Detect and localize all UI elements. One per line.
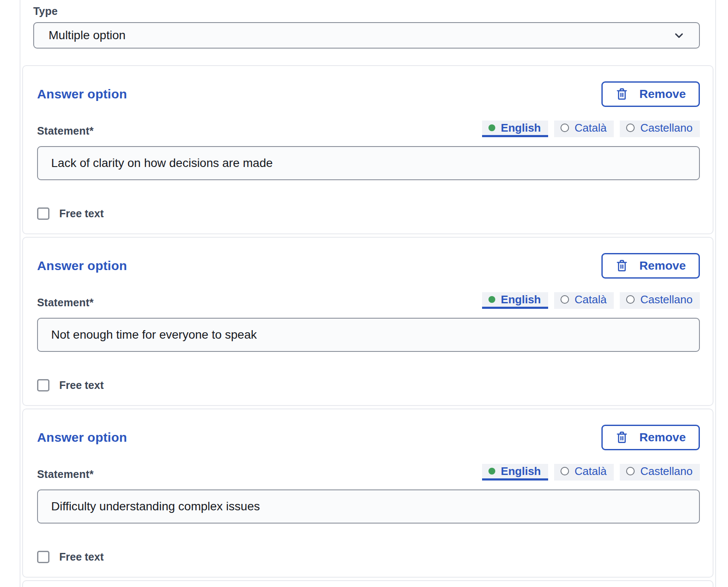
statement-input[interactable] xyxy=(37,489,700,524)
translation-empty-radio-icon xyxy=(626,467,635,475)
lang-tab-label: Català xyxy=(575,293,607,306)
answer-option-heading: Answer option xyxy=(37,259,127,273)
type-section: Type Multiple option xyxy=(22,0,714,49)
trash-icon xyxy=(615,431,628,444)
lang-tab-english[interactable]: English xyxy=(482,121,548,137)
lang-tab-catala[interactable]: Català xyxy=(554,292,614,309)
remove-button-label: Remove xyxy=(639,259,686,273)
question-editor-page: Type Multiple option Answer option Remov… xyxy=(0,0,728,587)
trash-icon xyxy=(615,87,628,101)
card-header-row: Answer option Remove xyxy=(37,253,700,279)
answer-option-card: Answer option Remove Statement* English xyxy=(22,237,714,406)
card-header-row: Answer option Remove xyxy=(37,81,700,107)
translation-empty-radio-icon xyxy=(560,467,569,475)
lang-tab-label: English xyxy=(501,293,541,306)
translation-filled-dot-icon xyxy=(488,124,495,131)
remove-button[interactable]: Remove xyxy=(601,81,700,107)
lang-tab-catala[interactable]: Català xyxy=(554,121,614,137)
free-text-checkbox[interactable] xyxy=(37,207,49,220)
chevron-down-icon xyxy=(673,29,685,42)
lang-tab-label: Català xyxy=(575,121,607,135)
type-select-value: Multiple option xyxy=(49,29,126,42)
statement-row: Statement* English Català Castellano xyxy=(37,121,700,137)
translation-empty-radio-icon xyxy=(560,295,569,304)
translation-filled-dot-icon xyxy=(488,296,495,303)
language-tabs: English Català Castellano xyxy=(482,292,700,309)
statement-row: Statement* English Català Castellano xyxy=(37,292,700,309)
language-tabs: English Català Castellano xyxy=(482,121,700,137)
type-label: Type xyxy=(33,5,700,17)
lang-tab-label: Català xyxy=(575,465,607,478)
translation-empty-radio-icon xyxy=(560,124,569,132)
lang-tab-label: Castellano xyxy=(640,293,693,306)
lang-tab-label: English xyxy=(501,465,541,478)
lang-tab-english[interactable]: English xyxy=(482,292,548,309)
statement-label: Statement* xyxy=(37,468,94,481)
answer-option-card: Answer option Remove Statement* English xyxy=(22,409,714,578)
lang-tab-label: English xyxy=(501,121,541,135)
lang-tab-label: Castellano xyxy=(640,465,693,478)
card-header-row: Answer option Remove xyxy=(37,425,700,450)
statement-label: Statement* xyxy=(37,296,94,309)
trash-icon xyxy=(615,259,628,273)
lang-tab-label: Castellano xyxy=(640,121,693,135)
lang-tab-castellano[interactable]: Castellano xyxy=(620,292,700,309)
language-tabs: English Català Castellano xyxy=(482,464,700,481)
statement-input[interactable] xyxy=(37,146,700,180)
remove-button[interactable]: Remove xyxy=(601,425,700,450)
answer-option-heading: Answer option xyxy=(37,87,127,101)
free-text-row: Free text xyxy=(37,207,700,220)
lang-tab-english[interactable]: English xyxy=(482,464,548,481)
free-text-label: Free text xyxy=(59,207,104,220)
free-text-row: Free text xyxy=(37,551,700,563)
translation-empty-radio-icon xyxy=(626,124,635,132)
free-text-row: Free text xyxy=(37,379,700,391)
lang-tab-catala[interactable]: Català xyxy=(554,464,614,481)
remove-button-label: Remove xyxy=(639,87,686,101)
statement-input[interactable] xyxy=(37,318,700,352)
answer-option-card: Answer option Remove Statement* English xyxy=(22,65,714,234)
translation-filled-dot-icon xyxy=(488,468,495,475)
answer-option-heading: Answer option xyxy=(37,430,127,445)
remove-button-label: Remove xyxy=(639,431,686,444)
free-text-label: Free text xyxy=(59,379,104,391)
question-editor-panel: Type Multiple option Answer option Remov… xyxy=(20,0,716,587)
statement-label: Statement* xyxy=(37,125,94,137)
translation-empty-radio-icon xyxy=(626,295,635,304)
remove-button[interactable]: Remove xyxy=(601,253,700,279)
lang-tab-castellano[interactable]: Castellano xyxy=(620,464,700,481)
free-text-checkbox[interactable] xyxy=(37,551,49,563)
lang-tab-castellano[interactable]: Castellano xyxy=(620,121,700,137)
free-text-label: Free text xyxy=(59,551,104,563)
type-select[interactable]: Multiple option xyxy=(33,22,700,49)
free-text-checkbox[interactable] xyxy=(37,379,49,391)
answer-option-card-partial xyxy=(22,580,714,587)
statement-row: Statement* English Català Castellano xyxy=(37,464,700,481)
